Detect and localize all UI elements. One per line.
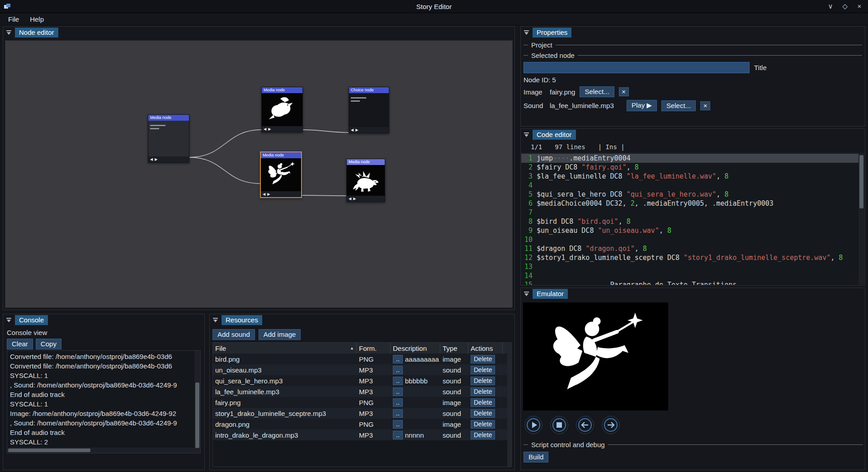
delete-button[interactable]: Delete	[471, 355, 495, 363]
table-row[interactable]: bird.pngPNG..aaaaaaaaaimageDelete	[213, 354, 511, 364]
stop-button[interactable]	[550, 416, 568, 434]
play-sound-button[interactable]: Play ▶	[627, 100, 657, 111]
next-icon[interactable]: ▶	[267, 191, 270, 197]
minimize-button[interactable]: ∨	[826, 2, 835, 10]
code-line[interactable]: 14	[521, 271, 864, 280]
column-format[interactable]: Form.	[357, 343, 391, 354]
title-input[interactable]	[524, 62, 750, 73]
play-button[interactable]	[524, 416, 542, 434]
column-actions[interactable]: Actions	[468, 343, 503, 354]
collapse-icon[interactable]	[6, 318, 12, 323]
prev-icon[interactable]: ◀	[263, 191, 265, 197]
delete-button[interactable]: Delete	[471, 366, 495, 374]
step-back-button[interactable]	[576, 416, 594, 434]
menu-help[interactable]: Help	[25, 14, 48, 24]
next-icon[interactable]: ▶	[353, 196, 356, 202]
graph-node[interactable]: Media node◀ ▶	[261, 87, 303, 132]
table-row[interactable]: intro_drako_le_dragon.mp3MP3..nnnnnsound…	[213, 430, 511, 440]
node-controls[interactable]: ◀ ▶	[347, 196, 385, 202]
step-forward-button[interactable]	[602, 416, 620, 434]
node-controls[interactable]: ◀ ▶	[349, 127, 389, 133]
close-button[interactable]: ×	[855, 2, 863, 10]
column-description[interactable]: Description	[391, 343, 440, 354]
maximize-button[interactable]: ◇	[841, 2, 849, 10]
clear-button[interactable]: Clear	[7, 339, 33, 349]
edit-description-button[interactable]: ..	[393, 420, 403, 429]
prev-icon[interactable]: ◀	[264, 126, 266, 132]
select-image-button[interactable]: Select...	[580, 86, 614, 97]
code-area[interactable]: 1jump····.mediaEntry00042$fairy DC8 "fai…	[521, 154, 864, 285]
collapse-icon[interactable]	[524, 292, 529, 297]
code-line[interactable]: 1jump····.mediaEntry0004	[521, 154, 864, 163]
collapse-icon[interactable]	[524, 30, 529, 35]
code-line[interactable]: 3$la_fee_luminelle DC8 "la_fee_luminelle…	[521, 172, 864, 181]
prev-icon[interactable]: ◀	[351, 127, 354, 133]
edit-description-button[interactable]: ..	[393, 431, 403, 439]
code-line[interactable]: 11$dragon DC8 "dragon.qoi", 8	[521, 244, 864, 253]
collapse-icon[interactable]	[212, 318, 218, 323]
edit-description-button[interactable]: ..	[393, 366, 403, 374]
build-button[interactable]: Build	[524, 452, 548, 463]
delete-button[interactable]: Delete	[471, 431, 495, 439]
code-line[interactable]: 7	[521, 208, 864, 217]
add-image-button[interactable]: Add image	[259, 329, 301, 340]
edit-description-button[interactable]: ..	[393, 398, 403, 407]
code-line[interactable]: 9$un_oiseau DC8 "un_oiseau.wav", 8	[521, 226, 864, 235]
node-canvas[interactable]: Media node ◀ ▶Media node◀ ▶Choice node ◀…	[5, 40, 513, 308]
graph-node[interactable]: Choice node ◀ ▶	[349, 87, 389, 133]
delete-button[interactable]: Delete	[471, 377, 495, 385]
vertical-scrollbar[interactable]	[194, 351, 200, 453]
code-line[interactable]: 4	[521, 181, 864, 190]
next-icon[interactable]: ▶	[355, 127, 358, 133]
code-line[interactable]: 12$story1_drako_luminelle_sceptre DC8 "s…	[521, 253, 864, 262]
table-row[interactable]: fairy.pngPNG..imageDelete	[213, 397, 511, 408]
column-file[interactable]: File ▲	[213, 343, 357, 354]
node-controls[interactable]: ◀ ▶	[148, 156, 189, 162]
table-row[interactable]: qui_sera_le_hero.mp3MP3..bbbbbbsoundDele…	[213, 375, 511, 386]
delete-button[interactable]: Delete	[471, 420, 495, 429]
collapse-icon[interactable]	[6, 30, 12, 35]
vertical-scrollbar[interactable]	[859, 154, 864, 285]
node-controls[interactable]: ◀ ▶	[262, 126, 302, 132]
edit-description-button[interactable]: ..	[393, 355, 403, 363]
menu-file[interactable]: File	[4, 14, 24, 24]
next-icon[interactable]: ▶	[155, 156, 157, 162]
clear-image-button[interactable]: ×	[619, 87, 629, 96]
console-log[interactable]: Converted file: /home/anthony/ostproj/ba…	[7, 350, 201, 453]
code-line[interactable]: 8$bird DC8 "bird.qoi", 8	[521, 217, 864, 226]
column-type[interactable]: Type	[440, 343, 468, 354]
edit-description-button[interactable]: ..	[393, 409, 403, 418]
scrollbar-thumb[interactable]	[8, 448, 90, 452]
vertical-scrollbar[interactable]	[507, 343, 511, 467]
delete-button[interactable]: Delete	[471, 398, 495, 407]
collapse-icon[interactable]	[524, 132, 529, 137]
code-line[interactable]: 13	[521, 262, 864, 271]
select-sound-button[interactable]: Select...	[661, 100, 696, 111]
table-row[interactable]: un_oiseau.mp3MP3..soundDelete	[213, 364, 511, 375]
code-line[interactable]: 5$qui_sera_le_hero DC8 "qui_sera_le_hero…	[521, 190, 864, 199]
scrollbar-thumb[interactable]	[195, 382, 199, 448]
code-line[interactable]: 15 Paragraphe de Texte Transitions	[521, 280, 864, 285]
edit-description-button[interactable]: ..	[393, 377, 403, 385]
graph-node[interactable]: Media node◀ ▶	[260, 151, 302, 198]
table-row[interactable]: story1_drako_luminelle_sceptre.mp3MP3..s…	[213, 408, 511, 419]
scrollbar-thumb[interactable]	[859, 155, 863, 208]
table-row[interactable]: la_fee_luminelle.mp3MP3..soundDelete	[213, 386, 511, 397]
table-row[interactable]: dragon.pngPNG..imageDelete	[213, 419, 511, 430]
prev-icon[interactable]: ◀	[349, 196, 351, 202]
node-controls[interactable]: ◀ ▶	[261, 191, 301, 197]
code-line[interactable]: 2$fairy DC8 "fairy.qoi", 8	[521, 163, 864, 172]
code-line[interactable]: 10	[521, 235, 864, 244]
code-line[interactable]: 6$mediaChoice0004 DC32, 2, .mediaEntry00…	[521, 199, 864, 208]
add-sound-button[interactable]: Add sound	[212, 329, 255, 340]
edit-description-button[interactable]: ..	[393, 387, 403, 396]
next-icon[interactable]: ▶	[268, 126, 271, 132]
delete-button[interactable]: Delete	[471, 387, 495, 396]
delete-button[interactable]: Delete	[471, 409, 495, 418]
copy-button[interactable]: Copy	[36, 339, 61, 349]
prev-icon[interactable]: ◀	[150, 156, 153, 162]
clear-sound-button[interactable]: ×	[700, 101, 710, 110]
graph-node[interactable]: Media node◀ ▶	[346, 159, 385, 202]
horizontal-scrollbar[interactable]	[7, 448, 194, 453]
graph-node[interactable]: Media node ◀ ▶	[148, 114, 189, 163]
